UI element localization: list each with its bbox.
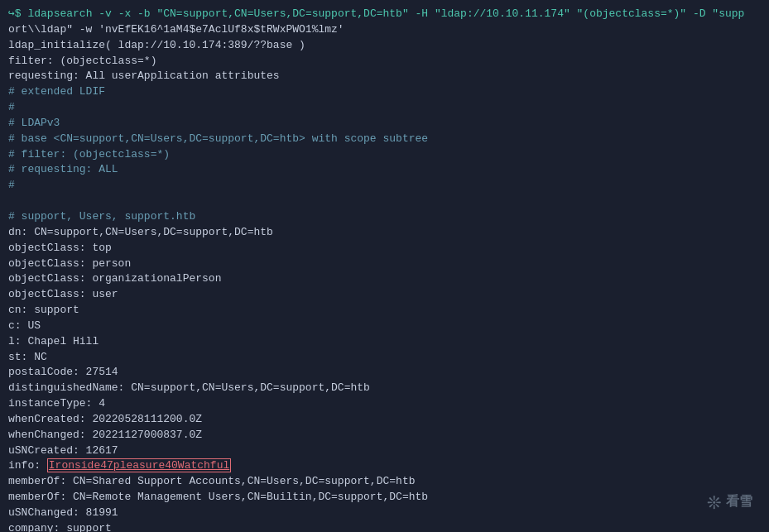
line-filter: filter: (objectclass=*)	[8, 54, 761, 69]
line-dn: dn: CN=support,CN=Users,DC=support,DC=ht…	[8, 225, 761, 241]
prompt-line: ↪$ ldapsearch -v -x -b "CN=support,CN=Us…	[8, 7, 761, 22]
line-comment-5: # filter: (objectclass=*)	[8, 147, 761, 163]
line-distinguished: distinguishedName: CN=support,CN=Users,D…	[8, 381, 761, 396]
line-comment-entry: # support, Users, support.htb	[8, 209, 761, 225]
line-comment-3: # LDAPv3	[8, 116, 761, 132]
line-objclass-top: objectClass: top	[8, 241, 761, 256]
watermark: ❊ 看雪	[707, 487, 752, 515]
line-usn-created: uSNCreated: 12617	[8, 443, 761, 459]
line-st: st: NC	[8, 350, 761, 366]
watermark-icon: ❊	[707, 487, 721, 515]
line-comment-6: # requesting: ALL	[8, 162, 761, 178]
line-memberof-1: memberOf: CN=Shared Support Accounts,CN=…	[8, 474, 761, 490]
line-comment-1: # extended LDIF	[8, 84, 761, 100]
line-c: c: US	[8, 319, 761, 334]
line-objclass-orgperson: objectClass: organizationalPerson	[8, 271, 761, 287]
line-company: company: support	[8, 521, 761, 532]
watermark-label: 看雪	[726, 493, 752, 510]
line-instance: instanceType: 4	[8, 396, 761, 412]
line-memberof-2: memberOf: CN=Remote Management Users,CN=…	[8, 490, 761, 506]
line-info: info: Ironside47pleasure40Watchful	[8, 458, 761, 474]
line-cn: cn: support	[8, 303, 761, 319]
line-empty-1	[8, 194, 761, 209]
line-objclass-person: objectClass: person	[8, 256, 761, 272]
line-ldap-init: ldap_initialize( ldap://10.10.174:389/??…	[8, 38, 761, 54]
line-postal: postalCode: 27514	[8, 365, 761, 381]
terminal-window: ↪$ ldapsearch -v -x -b "CN=support,CN=Us…	[0, 0, 769, 532]
line-objclass-user: objectClass: user	[8, 287, 761, 303]
line-comment-2: #	[8, 100, 761, 116]
line-usn-changed: uSNChanged: 81991	[8, 506, 761, 521]
line-changed: whenChanged: 20221127000837.0Z	[8, 428, 761, 443]
line-comment-4: # base <CN=support,CN=Users,DC=support,D…	[8, 132, 761, 147]
info-value: Ironside47pleasure40Watchful	[47, 458, 231, 472]
line-comment-7: #	[8, 178, 761, 194]
line-l: l: Chapel Hill	[8, 334, 761, 350]
line-created: whenCreated: 20220528111200.0Z	[8, 412, 761, 428]
line-requesting: requesting: All userApplication attribut…	[8, 69, 761, 84]
prompt-continuation: ort\\ldap" -w 'nvEfEK16^1aM4$e7AclUf8x$t…	[8, 22, 761, 38]
